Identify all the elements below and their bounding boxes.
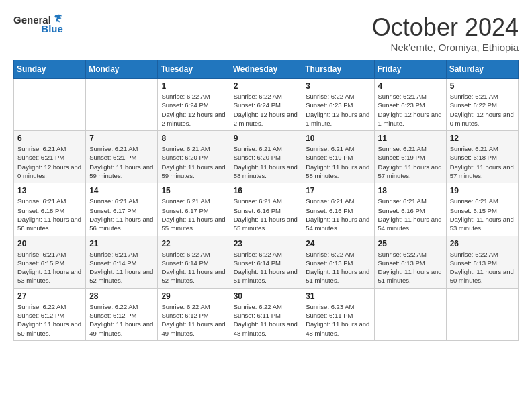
week-row-1: 1Sunrise: 6:22 AM Sunset: 6:24 PM Daylig… xyxy=(14,79,519,131)
day-number: 7 xyxy=(89,134,154,143)
day-number: 20 xyxy=(17,239,82,248)
day-number: 16 xyxy=(234,186,299,195)
day-info: Sunrise: 6:21 AM Sunset: 6:20 PM Dayligh… xyxy=(234,144,299,180)
day-info: Sunrise: 6:21 AM Sunset: 6:21 PM Dayligh… xyxy=(17,144,82,180)
calendar-cell: 7Sunrise: 6:21 AM Sunset: 6:21 PM Daylig… xyxy=(86,131,158,183)
month-title: October 2024 xyxy=(372,13,519,42)
day-number: 3 xyxy=(306,81,370,91)
calendar-cell: 23Sunrise: 6:22 AM Sunset: 6:14 PM Dayli… xyxy=(230,236,302,288)
calendar-cell xyxy=(446,288,518,340)
day-info: Sunrise: 6:22 AM Sunset: 6:12 PM Dayligh… xyxy=(17,302,82,338)
day-number: 30 xyxy=(234,291,299,301)
calendar-cell xyxy=(374,288,446,340)
day-info: Sunrise: 6:21 AM Sunset: 6:20 PM Dayligh… xyxy=(161,144,226,180)
calendar-cell: 27Sunrise: 6:22 AM Sunset: 6:12 PM Dayli… xyxy=(14,288,86,340)
day-number: 23 xyxy=(234,239,299,248)
calendar-cell: 25Sunrise: 6:22 AM Sunset: 6:13 PM Dayli… xyxy=(374,236,446,288)
day-info: Sunrise: 6:21 AM Sunset: 6:14 PM Dayligh… xyxy=(89,250,154,285)
day-number: 5 xyxy=(450,81,515,91)
day-info: Sunrise: 6:22 AM Sunset: 6:14 PM Dayligh… xyxy=(234,250,299,285)
week-row-4: 20Sunrise: 6:21 AM Sunset: 6:15 PM Dayli… xyxy=(14,236,519,288)
day-info: Sunrise: 6:21 AM Sunset: 6:23 PM Dayligh… xyxy=(378,92,443,128)
day-number: 2 xyxy=(234,81,299,91)
day-info: Sunrise: 6:21 AM Sunset: 6:16 PM Dayligh… xyxy=(306,197,370,232)
logo: General Blue xyxy=(13,13,63,34)
calendar-cell: 31Sunrise: 6:23 AM Sunset: 6:11 PM Dayli… xyxy=(302,288,374,340)
day-number: 29 xyxy=(161,291,226,301)
day-info: Sunrise: 6:21 AM Sunset: 6:17 PM Dayligh… xyxy=(89,197,154,232)
week-row-2: 6Sunrise: 6:21 AM Sunset: 6:21 PM Daylig… xyxy=(14,131,519,183)
day-info: Sunrise: 6:21 AM Sunset: 6:16 PM Dayligh… xyxy=(378,197,443,232)
day-info: Sunrise: 6:22 AM Sunset: 6:14 PM Dayligh… xyxy=(161,250,226,285)
day-info: Sunrise: 6:21 AM Sunset: 6:21 PM Dayligh… xyxy=(89,144,154,180)
day-info: Sunrise: 6:22 AM Sunset: 6:12 PM Dayligh… xyxy=(161,302,226,338)
title-block: October 2024 Nek'emte, Oromiya, Ethiopia xyxy=(372,13,519,53)
calendar-cell: 30Sunrise: 6:22 AM Sunset: 6:11 PM Dayli… xyxy=(230,288,302,340)
calendar-cell: 24Sunrise: 6:22 AM Sunset: 6:13 PM Dayli… xyxy=(302,236,374,288)
day-info: Sunrise: 6:21 AM Sunset: 6:19 PM Dayligh… xyxy=(306,144,370,180)
calendar-cell: 28Sunrise: 6:22 AM Sunset: 6:12 PM Dayli… xyxy=(86,288,158,340)
day-info: Sunrise: 6:22 AM Sunset: 6:24 PM Dayligh… xyxy=(234,92,299,128)
calendar-table: SundayMondayTuesdayWednesdayThursdayFrid… xyxy=(13,60,519,341)
day-number: 11 xyxy=(378,134,443,143)
day-number: 6 xyxy=(17,134,82,143)
day-info: Sunrise: 6:22 AM Sunset: 6:13 PM Dayligh… xyxy=(450,250,515,285)
day-number: 13 xyxy=(17,186,82,195)
week-row-5: 27Sunrise: 6:22 AM Sunset: 6:12 PM Dayli… xyxy=(14,288,519,340)
day-info: Sunrise: 6:22 AM Sunset: 6:11 PM Dayligh… xyxy=(234,302,299,338)
day-info: Sunrise: 6:22 AM Sunset: 6:12 PM Dayligh… xyxy=(89,302,154,338)
day-number: 31 xyxy=(306,291,370,301)
calendar-cell: 13Sunrise: 6:21 AM Sunset: 6:18 PM Dayli… xyxy=(14,183,86,236)
calendar-cell: 5Sunrise: 6:21 AM Sunset: 6:22 PM Daylig… xyxy=(446,79,518,131)
calendar-cell: 20Sunrise: 6:21 AM Sunset: 6:15 PM Dayli… xyxy=(14,236,86,288)
day-number: 15 xyxy=(161,186,226,195)
day-number: 14 xyxy=(89,186,154,195)
day-info: Sunrise: 6:22 AM Sunset: 6:23 PM Dayligh… xyxy=(306,92,370,128)
day-number: 4 xyxy=(378,81,443,91)
day-info: Sunrise: 6:22 AM Sunset: 6:13 PM Dayligh… xyxy=(378,250,443,285)
day-number: 1 xyxy=(161,81,226,91)
day-number: 25 xyxy=(378,239,443,248)
calendar-cell: 9Sunrise: 6:21 AM Sunset: 6:20 PM Daylig… xyxy=(230,131,302,183)
day-info: Sunrise: 6:21 AM Sunset: 6:16 PM Dayligh… xyxy=(234,197,299,232)
day-number: 18 xyxy=(378,186,443,195)
day-number: 24 xyxy=(306,239,370,248)
calendar-cell: 14Sunrise: 6:21 AM Sunset: 6:17 PM Dayli… xyxy=(86,183,158,236)
location: Nek'emte, Oromiya, Ethiopia xyxy=(372,42,519,53)
calendar-cell: 12Sunrise: 6:21 AM Sunset: 6:18 PM Dayli… xyxy=(446,131,518,183)
day-info: Sunrise: 6:22 AM Sunset: 6:13 PM Dayligh… xyxy=(306,250,370,285)
column-header-tuesday: Tuesday xyxy=(158,60,230,79)
day-info: Sunrise: 6:23 AM Sunset: 6:11 PM Dayligh… xyxy=(306,302,370,338)
calendar-cell: 21Sunrise: 6:21 AM Sunset: 6:14 PM Dayli… xyxy=(86,236,158,288)
calendar-cell xyxy=(14,79,86,131)
day-number: 22 xyxy=(161,239,226,248)
day-number: 28 xyxy=(89,291,154,301)
calendar-cell: 15Sunrise: 6:21 AM Sunset: 6:17 PM Dayli… xyxy=(158,183,230,236)
calendar-cell: 4Sunrise: 6:21 AM Sunset: 6:23 PM Daylig… xyxy=(374,79,446,131)
column-header-sunday: Sunday xyxy=(14,60,86,79)
day-number: 17 xyxy=(306,186,370,195)
day-number: 8 xyxy=(161,134,226,143)
column-header-thursday: Thursday xyxy=(302,60,374,79)
column-header-monday: Monday xyxy=(86,60,158,79)
day-info: Sunrise: 6:21 AM Sunset: 6:15 PM Dayligh… xyxy=(17,250,82,285)
day-info: Sunrise: 6:21 AM Sunset: 6:18 PM Dayligh… xyxy=(450,144,515,180)
calendar-cell: 22Sunrise: 6:22 AM Sunset: 6:14 PM Dayli… xyxy=(158,236,230,288)
calendar-cell: 8Sunrise: 6:21 AM Sunset: 6:20 PM Daylig… xyxy=(158,131,230,183)
day-info: Sunrise: 6:21 AM Sunset: 6:22 PM Dayligh… xyxy=(450,92,515,128)
day-number: 27 xyxy=(17,291,82,301)
day-number: 12 xyxy=(450,134,515,143)
day-info: Sunrise: 6:21 AM Sunset: 6:18 PM Dayligh… xyxy=(17,197,82,232)
day-info: Sunrise: 6:21 AM Sunset: 6:19 PM Dayligh… xyxy=(378,144,443,180)
day-info: Sunrise: 6:21 AM Sunset: 6:15 PM Dayligh… xyxy=(450,197,515,232)
day-info: Sunrise: 6:22 AM Sunset: 6:24 PM Dayligh… xyxy=(161,92,226,128)
day-number: 21 xyxy=(89,239,154,248)
column-header-friday: Friday xyxy=(374,60,446,79)
calendar-cell: 6Sunrise: 6:21 AM Sunset: 6:21 PM Daylig… xyxy=(14,131,86,183)
day-number: 26 xyxy=(450,239,515,248)
day-info: Sunrise: 6:21 AM Sunset: 6:17 PM Dayligh… xyxy=(161,197,226,232)
column-header-wednesday: Wednesday xyxy=(230,60,302,79)
day-number: 9 xyxy=(234,134,299,143)
calendar-cell: 2Sunrise: 6:22 AM Sunset: 6:24 PM Daylig… xyxy=(230,79,302,131)
week-row-3: 13Sunrise: 6:21 AM Sunset: 6:18 PM Dayli… xyxy=(14,183,519,236)
